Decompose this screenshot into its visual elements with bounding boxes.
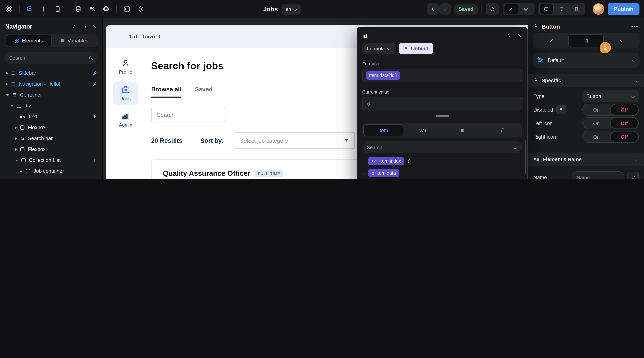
undo-button[interactable] bbox=[427, 3, 438, 15]
popup-search-input[interactable] bbox=[367, 145, 513, 150]
annotation-badge-2: 2 bbox=[600, 42, 611, 53]
publish-button[interactable]: Publish bbox=[608, 3, 640, 15]
inspector-tabs: 2 bbox=[533, 33, 640, 48]
settings-gear-icon[interactable] bbox=[137, 5, 144, 13]
right-icon-toggle[interactable]: OnOff bbox=[582, 131, 639, 143]
tab-settings-sliders-icon[interactable] bbox=[568, 34, 604, 47]
locale-dropdown[interactable]: en bbox=[282, 3, 300, 14]
element-name-input[interactable] bbox=[572, 171, 624, 179]
selected-element-title: Button bbox=[542, 23, 632, 30]
popup-scrollbar[interactable] bbox=[525, 140, 526, 174]
left-icon-toggle[interactable]: OnOff bbox=[582, 117, 639, 129]
data-source-tabs: item var ƒ bbox=[362, 123, 522, 138]
section-element-name[interactable]: Aa Element's Name bbox=[528, 153, 644, 166]
tab-style-pencil-icon[interactable] bbox=[534, 34, 568, 47]
name-label: Name bbox=[534, 175, 572, 179]
tree-item-columns[interactable]: Columns bbox=[0, 177, 102, 179]
formula-input[interactable]: Item.data['id'] bbox=[362, 69, 522, 82]
add-element-icon[interactable] bbox=[40, 5, 48, 13]
sparkles-icon bbox=[537, 57, 544, 63]
bind-plug-icon[interactable] bbox=[556, 105, 566, 114]
tree-item-collection-list[interactable]: Collection List bbox=[0, 155, 102, 166]
tree-item-text[interactable]: AaText bbox=[0, 111, 102, 122]
tree-item-container[interactable]: Container bbox=[0, 89, 102, 100]
navigator-search-input[interactable] bbox=[9, 55, 88, 61]
tab-browse-all[interactable]: Browse all bbox=[151, 86, 181, 98]
current-value-label: Current value bbox=[362, 89, 522, 95]
tab-formulas-icon[interactable]: ƒ bbox=[482, 124, 521, 136]
unbind-button[interactable]: Unbind bbox=[398, 43, 433, 54]
briefcase-icon bbox=[121, 85, 130, 94]
job-type-badge: FULL-TIME bbox=[255, 170, 283, 177]
apps-grid-icon[interactable] bbox=[5, 5, 13, 13]
save-status-badge: Saved bbox=[454, 3, 478, 14]
divider bbox=[116, 5, 116, 13]
tab-saved[interactable]: Saved bbox=[195, 86, 212, 98]
navigator-panel: Navigator Elements Variables Sidebar Nav… bbox=[0, 18, 103, 179]
linked-icon bbox=[92, 71, 97, 75]
data-row-item-data[interactable]: {}item.data bbox=[362, 167, 522, 179]
edit-pencil-icon[interactable] bbox=[504, 4, 518, 14]
plug-icon bbox=[92, 158, 97, 163]
popup-title: id bbox=[362, 32, 500, 39]
expand-icon[interactable] bbox=[628, 172, 639, 179]
formula-label: Formula bbox=[362, 61, 522, 66]
tab-var[interactable]: var bbox=[404, 124, 443, 136]
tree-item-search-bar[interactable]: Search bar bbox=[0, 133, 102, 144]
preview-eye-icon[interactable] bbox=[519, 4, 533, 14]
refresh-icon[interactable] bbox=[486, 3, 499, 15]
dock-right-icon[interactable] bbox=[82, 24, 87, 29]
unfold-icon[interactable] bbox=[72, 24, 77, 29]
job-category-select[interactable]: Select job category bbox=[234, 132, 355, 149]
results-count: 20 Results bbox=[151, 137, 182, 144]
style-preset-dropdown[interactable]: Default bbox=[533, 53, 640, 68]
tab-variables[interactable]: Variables bbox=[52, 35, 97, 46]
job-search-input[interactable] bbox=[157, 111, 219, 118]
left-icon-label: Left icon bbox=[534, 120, 582, 126]
terminal-icon[interactable] bbox=[123, 5, 130, 13]
formula-token[interactable]: Item.data['id'] bbox=[366, 71, 400, 80]
type-select[interactable]: Button bbox=[582, 90, 639, 102]
disabled-toggle[interactable]: OnOff bbox=[582, 104, 639, 116]
plugins-icon[interactable] bbox=[102, 5, 110, 13]
close-icon[interactable] bbox=[92, 24, 97, 29]
tab-elements[interactable]: Elements bbox=[6, 35, 52, 46]
section-specific[interactable]: Specific bbox=[528, 74, 644, 87]
divider bbox=[19, 5, 20, 13]
tree-item-sidebar[interactable]: Sidebar bbox=[0, 68, 102, 78]
tree-item-flexbox[interactable]: Flexbox bbox=[0, 122, 102, 133]
binding-mode-dropdown[interactable]: Formula bbox=[362, 43, 395, 54]
nav-item-admin[interactable]: Admin bbox=[119, 112, 132, 128]
data-sources-icon[interactable] bbox=[74, 5, 82, 13]
tree-item-div[interactable]: div bbox=[0, 100, 102, 111]
text-aa-icon: Aa bbox=[534, 157, 539, 162]
nav-item-jobs-active[interactable]: Jobs bbox=[113, 82, 138, 105]
breadcrumb: Job board bbox=[129, 34, 161, 39]
board-mini-nav: Profile Jobs Admin bbox=[111, 59, 140, 128]
project-title: Jobs bbox=[263, 5, 278, 12]
tablet-icon[interactable] bbox=[554, 4, 568, 14]
phone-icon[interactable] bbox=[569, 4, 584, 14]
resize-handle[interactable] bbox=[436, 115, 449, 117]
cursor-click-icon bbox=[534, 78, 538, 83]
desktop-icon[interactable] bbox=[539, 4, 554, 14]
inspector-panel: Button ••• 2 Default Specific Type Butto… bbox=[528, 18, 644, 179]
divider bbox=[481, 5, 482, 13]
tree-item-flexbox[interactable]: Flexbox bbox=[0, 144, 102, 155]
more-menu-icon[interactable]: ••• bbox=[632, 24, 639, 29]
redo-button[interactable] bbox=[439, 3, 451, 15]
unfold-icon[interactable] bbox=[506, 33, 511, 38]
close-icon[interactable] bbox=[517, 33, 522, 38]
top-bar: Jobs en Saved Publish bbox=[0, 0, 644, 18]
user-avatar[interactable] bbox=[593, 3, 604, 15]
tab-collections-icon[interactable] bbox=[442, 124, 482, 136]
tab-item[interactable]: item bbox=[364, 124, 404, 136]
nav-item-profile[interactable]: Profile bbox=[119, 59, 132, 75]
data-row-item-index[interactable]: 123item.index0 bbox=[362, 155, 522, 167]
tree-item-navigation[interactable]: Navigation - Hello! bbox=[0, 78, 102, 89]
users-icon[interactable] bbox=[88, 5, 96, 13]
navigator-tree-icon[interactable] bbox=[26, 5, 34, 13]
job-search-box bbox=[151, 107, 225, 123]
tree-item-job-container[interactable]: Job container bbox=[0, 166, 102, 177]
pages-icon[interactable] bbox=[54, 5, 61, 13]
